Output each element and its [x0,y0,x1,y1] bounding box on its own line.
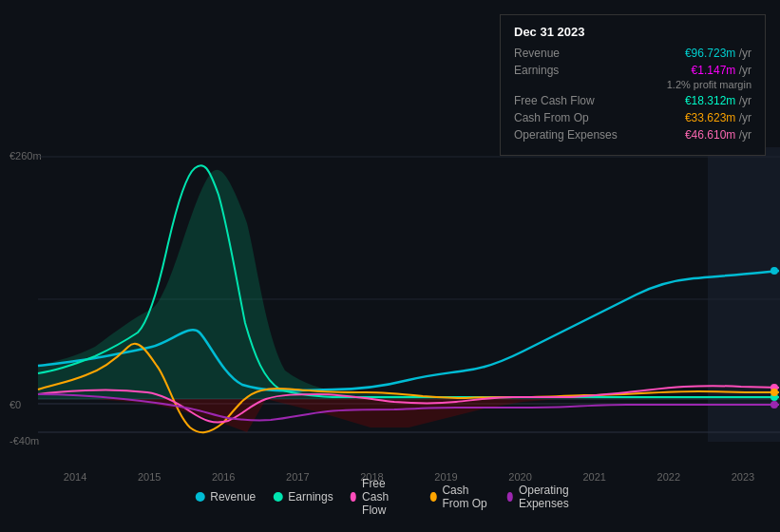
legend-dot-opex [507,492,513,502]
tooltip-value-cashfromop: €33.623m /yr [685,111,751,124]
svg-point-10 [770,401,778,408]
legend-item-opex[interactable]: Operating Expenses [507,484,585,510]
svg-point-9 [770,389,778,396]
tooltip-date: Dec 31 2023 [514,25,751,39]
svg-point-6 [770,267,778,275]
tooltip-value-revenue: €96.723m /yr [685,47,751,60]
legend-dot-earnings [273,492,282,502]
tooltip-row-opex: Operating Expenses €46.610m /yr [514,128,751,142]
tooltip-row-cashfromop: Cash From Op €33.623m /yr [514,111,751,124]
x-label-2023: 2023 [732,471,754,483]
x-label-2022: 2022 [657,471,680,483]
legend-dot-cashfromop [430,492,436,502]
tooltip-value-earnings: €1.147m /yr 1.2% profit margin [667,64,751,90]
chart-svg [0,147,780,451]
tooltip-row-revenue: Revenue €96.723m /yr [514,47,751,60]
tooltip-panel: Dec 31 2023 Revenue €96.723m /yr Earning… [500,14,766,156]
legend-label-opex: Operating Expenses [519,484,585,510]
x-label-2021: 2021 [582,471,605,483]
legend-item-earnings[interactable]: Earnings [273,490,333,504]
tooltip-label-revenue: Revenue [514,47,618,60]
tooltip-label-fcf: Free Cash Flow [514,94,618,107]
tooltip-label-earnings: Earnings [514,64,618,77]
legend-item-fcf[interactable]: Free Cash Flow [351,477,413,517]
tooltip-value-opex: €46.610m /yr [685,128,751,142]
tooltip-row-earnings: Earnings €1.147m /yr 1.2% profit margin [514,64,751,90]
x-label-2014: 2014 [64,471,86,483]
legend-item-cashfromop[interactable]: Cash From Op [430,484,489,510]
tooltip-row-fcf: Free Cash Flow €18.312m /yr [514,94,751,107]
legend-label-fcf: Free Cash Flow [362,477,413,517]
tooltip-label-opex: Operating Expenses [514,128,618,142]
legend-dot-revenue [195,492,204,502]
tooltip-sub-earnings: 1.2% profit margin [667,79,751,90]
legend-label-cashfromop: Cash From Op [442,484,489,510]
legend-label-revenue: Revenue [210,490,256,504]
chart-legend: Revenue Earnings Free Cash Flow Cash Fro… [195,477,585,517]
legend-dot-fcf [351,492,356,502]
legend-label-earnings: Earnings [288,490,333,504]
tooltip-value-fcf: €18.312m /yr [685,94,751,107]
legend-item-revenue[interactable]: Revenue [195,490,256,504]
x-label-2015: 2015 [138,471,161,483]
tooltip-label-cashfromop: Cash From Op [514,111,618,124]
